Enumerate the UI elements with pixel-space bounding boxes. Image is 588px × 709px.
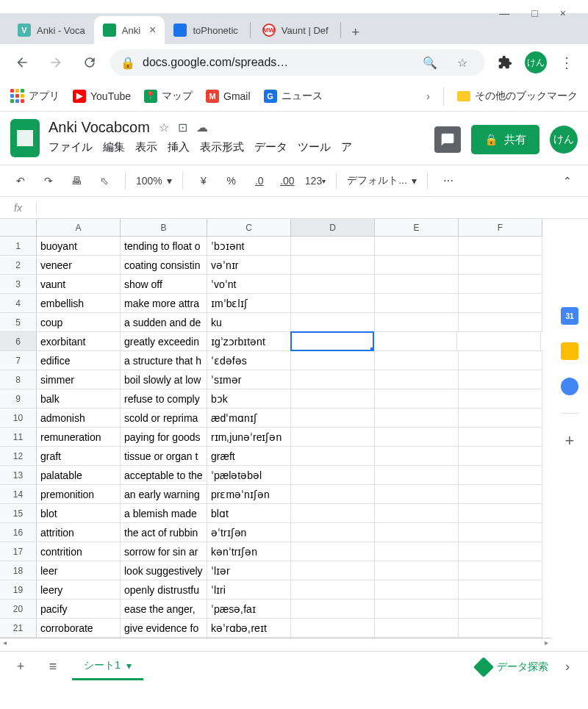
all-sheets-button[interactable]: ≡ xyxy=(40,654,66,680)
document-title[interactable]: Anki Vocabcom xyxy=(49,119,150,136)
maximize-button[interactable]: □ xyxy=(531,7,537,19)
cell[interactable] xyxy=(459,313,542,331)
row-header[interactable]: 5 xyxy=(0,313,37,331)
cell[interactable] xyxy=(375,256,459,274)
cloud-status-icon[interactable]: ☁ xyxy=(196,120,208,134)
row-header[interactable]: 15 xyxy=(0,504,37,522)
cell[interactable] xyxy=(375,523,459,541)
cell[interactable]: græft xyxy=(207,447,291,465)
cell[interactable]: ˈpæsəˌfaɪ xyxy=(207,600,291,618)
paint-format-button[interactable]: ⬁ xyxy=(94,170,115,191)
cell[interactable] xyxy=(291,466,375,484)
cell[interactable]: paying for goods xyxy=(121,428,207,446)
menu-item[interactable]: ファイル xyxy=(49,140,93,154)
add-sheet-button[interactable]: + xyxy=(7,654,34,680)
cell[interactable] xyxy=(373,332,457,350)
cell[interactable]: remuneration xyxy=(37,428,121,446)
cell[interactable]: əˈtrɪʃən xyxy=(207,523,291,541)
cell[interactable]: tissue or organ t xyxy=(121,447,207,465)
menu-item[interactable]: 表示 xyxy=(135,140,157,154)
cell[interactable] xyxy=(375,428,459,446)
cell[interactable]: an early warning xyxy=(121,485,207,503)
cell[interactable]: blɑt xyxy=(207,504,291,522)
close-tab-icon[interactable]: × xyxy=(149,24,156,37)
add-addon-button[interactable]: + xyxy=(565,431,575,450)
column-header[interactable]: B xyxy=(121,219,207,236)
redo-button[interactable]: ↷ xyxy=(38,170,59,191)
cell[interactable]: ease the anger, xyxy=(121,600,207,618)
cell[interactable] xyxy=(291,351,375,370)
cell[interactable] xyxy=(375,600,459,618)
row-header[interactable]: 8 xyxy=(0,370,37,389)
move-doc-icon[interactable]: ⊡ xyxy=(178,120,187,134)
cell[interactable] xyxy=(375,275,459,293)
row-header[interactable]: 3 xyxy=(0,275,37,293)
cell[interactable]: premonition xyxy=(37,485,121,503)
cell[interactable]: refuse to comply xyxy=(121,389,207,408)
cell[interactable] xyxy=(291,389,375,408)
cell[interactable] xyxy=(375,561,459,580)
cell[interactable] xyxy=(459,619,542,637)
column-header[interactable]: F xyxy=(459,219,542,236)
profile-avatar[interactable]: けん xyxy=(525,51,547,73)
sheets-logo-icon[interactable] xyxy=(10,119,40,157)
cell[interactable] xyxy=(291,256,375,274)
cell[interactable]: ædˈmɑnɪʃ xyxy=(207,409,291,427)
menu-item[interactable]: 挿入 xyxy=(168,140,190,154)
cell[interactable] xyxy=(291,600,375,618)
cell[interactable] xyxy=(375,389,459,408)
cell[interactable]: exorbitant xyxy=(37,332,121,350)
keep-icon[interactable] xyxy=(561,342,578,360)
menu-item[interactable]: 編集 xyxy=(103,140,125,154)
browser-tab[interactable]: toPhonetic xyxy=(165,16,246,44)
row-header[interactable]: 17 xyxy=(0,542,37,561)
cell[interactable]: rɪmˌjunəˈreɪʃən xyxy=(207,428,291,446)
cell[interactable] xyxy=(459,370,542,389)
column-header[interactable]: C xyxy=(207,219,291,236)
cell[interactable]: show off xyxy=(121,275,207,293)
cell[interactable] xyxy=(375,504,459,522)
cell[interactable]: sorrow for sin ar xyxy=(121,542,207,561)
row-header[interactable]: 13 xyxy=(0,466,37,484)
cell[interactable]: ˈɛdəfəs xyxy=(207,351,291,370)
cell[interactable]: contrition xyxy=(37,542,121,561)
cell[interactable] xyxy=(291,542,375,561)
account-avatar[interactable]: けん xyxy=(550,126,578,154)
cell[interactable]: coating consistin xyxy=(121,256,207,274)
bookmark-item[interactable]: ▶ YouTube xyxy=(73,90,131,103)
cell[interactable] xyxy=(459,447,542,465)
cell[interactable] xyxy=(459,389,542,408)
cell[interactable] xyxy=(291,428,375,446)
cell[interactable]: balk xyxy=(37,389,121,408)
cell[interactable] xyxy=(291,409,375,427)
column-header[interactable]: A xyxy=(37,219,121,236)
cell[interactable] xyxy=(291,523,375,541)
apps-shortcut[interactable]: アプリ xyxy=(10,89,60,103)
row-header[interactable]: 11 xyxy=(0,428,37,446)
cell[interactable]: look suggestively xyxy=(121,561,207,580)
menu-item[interactable]: ツール xyxy=(298,140,331,154)
cell[interactable]: palatable xyxy=(37,466,121,484)
percent-button[interactable]: % xyxy=(221,170,242,191)
cell[interactable] xyxy=(459,409,542,427)
cell[interactable]: simmer xyxy=(37,370,121,389)
comments-button[interactable] xyxy=(434,126,461,153)
minimize-button[interactable]: — xyxy=(499,7,509,19)
cell[interactable]: tending to float o xyxy=(121,237,207,255)
menu-item[interactable]: ア xyxy=(341,140,352,154)
cell[interactable] xyxy=(459,428,542,446)
cell[interactable]: ˈbɔɪənt xyxy=(207,237,291,255)
cell[interactable]: coup xyxy=(37,313,121,331)
cell[interactable]: pacify xyxy=(37,600,121,618)
collapse-toolbar-button[interactable]: ⌃ xyxy=(557,170,578,191)
spreadsheet-grid[interactable]: ABCDEF 1buoyanttending to float oˈbɔɪənt… xyxy=(0,219,542,638)
cell[interactable]: ˈpælətəbəl xyxy=(207,466,291,484)
row-header[interactable]: 4 xyxy=(0,294,37,312)
cell[interactable] xyxy=(291,504,375,522)
cell[interactable]: ˈlɪri xyxy=(207,580,291,599)
cell[interactable]: leery xyxy=(37,580,121,599)
close-window-button[interactable]: × xyxy=(560,7,566,19)
cell[interactable] xyxy=(290,331,374,351)
browser-tab[interactable]: MW Vaunt | Def xyxy=(254,16,337,44)
cell[interactable]: greatly exceedin xyxy=(121,332,207,350)
